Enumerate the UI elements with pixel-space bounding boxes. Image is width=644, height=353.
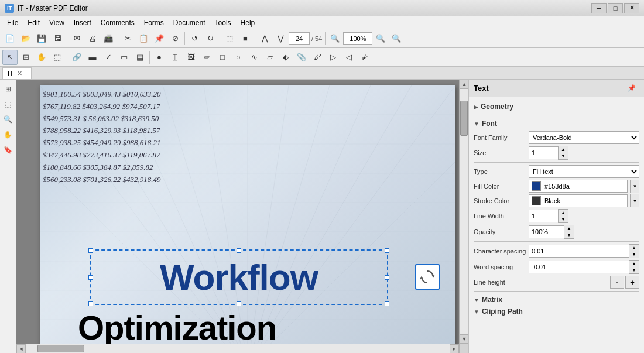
save-as-btn[interactable]: 🖫 [50, 31, 65, 46]
scroll-track-v[interactable] [460, 89, 468, 334]
sidebar-btn-2[interactable]: ⬚ [1, 97, 15, 111]
cursor-btn[interactable]: ⌶ [167, 50, 183, 65]
paste-btn[interactable]: 📌 [152, 31, 167, 46]
size-input[interactable] [529, 146, 558, 159]
clipping-section-header[interactable]: ▼ Cliping Path [474, 306, 639, 317]
close-button[interactable]: ✕ [624, 3, 639, 13]
matrix-section-header[interactable]: ▼ Matrix [474, 294, 639, 306]
check-btn[interactable]: ✓ [101, 50, 116, 65]
char-spacing-down[interactable]: ▼ [629, 251, 639, 258]
panel-pin-btn[interactable]: 📌 [624, 81, 639, 96]
handle-br[interactable] [385, 301, 389, 306]
vertical-scrollbar[interactable]: ▲ ▼ [459, 80, 468, 344]
highlight2-btn[interactable]: ▱ [262, 50, 278, 65]
menu-file[interactable]: File [2, 16, 23, 29]
rotate-handle[interactable] [415, 264, 440, 290]
scroll-thumb-h[interactable] [37, 345, 84, 352]
delete-btn[interactable]: ⊘ [167, 31, 183, 46]
opacity-down-btn[interactable]: ▼ [564, 232, 574, 238]
text-btn[interactable]: ▬ [85, 50, 100, 65]
workflow-selection-box[interactable]: Workflow [90, 249, 388, 305]
form-btn[interactable]: ▭ [117, 50, 132, 65]
image-btn[interactable]: 🖼 [183, 50, 198, 65]
char-spacing-up[interactable]: ▲ [629, 245, 639, 251]
dot-btn[interactable]: ● [152, 50, 167, 65]
line-width-input[interactable] [529, 210, 558, 222]
pen-btn[interactable]: ✏ [199, 50, 214, 65]
horizontal-scrollbar[interactable]: ◄ ► [16, 344, 459, 353]
scroll-left-btn[interactable]: ◄ [16, 344, 26, 353]
pointer-tool[interactable]: ↖ [2, 50, 18, 65]
polygon-btn[interactable]: ◁ [341, 50, 357, 65]
menu-insert[interactable]: Insert [69, 16, 96, 29]
new-btn[interactable]: 📄 [2, 31, 18, 46]
link-btn[interactable]: 🔗 [69, 50, 84, 65]
sidebar-btn-1[interactable]: ⊞ [1, 82, 15, 96]
handle-bc[interactable] [237, 301, 241, 306]
handle-ml[interactable] [88, 275, 93, 280]
prev-page-btn[interactable]: ⋀ [257, 31, 272, 46]
menu-comments[interactable]: Comments [96, 16, 139, 29]
zoom-out-btn[interactable]: 🔍 [327, 31, 342, 46]
font-family-select[interactable]: Verdana-Bold [529, 131, 639, 144]
size-up-btn[interactable]: ▲ [559, 146, 568, 153]
marker-btn[interactable]: 🖊 [310, 50, 325, 65]
menu-tools[interactable]: Tools [210, 16, 236, 29]
geometry-section-header[interactable]: ▶ Geometry [474, 101, 639, 112]
maximize-button[interactable]: □ [608, 3, 623, 13]
ellipse-btn[interactable]: ○ [231, 50, 246, 65]
menu-document[interactable]: Document [169, 16, 210, 29]
scroll-track-h[interactable] [26, 344, 450, 353]
save-btn[interactable]: 💾 [34, 31, 49, 46]
size-down-btn[interactable]: ▼ [559, 153, 568, 159]
scroll-right-btn[interactable]: ► [450, 344, 459, 353]
handle-tc[interactable] [237, 248, 241, 253]
zoom-input[interactable] [343, 32, 372, 45]
scroll-down-btn[interactable]: ▼ [460, 334, 468, 344]
doc-tab-item[interactable]: IT ✕ [2, 67, 32, 79]
page-number-input[interactable] [289, 32, 310, 45]
menu-forms[interactable]: Forms [139, 16, 169, 29]
opacity-up-btn[interactable]: ▲ [564, 225, 574, 232]
sidebar-btn-4[interactable]: ✋ [1, 128, 15, 142]
word-spacing-input[interactable] [529, 261, 629, 273]
highlight-btn[interactable]: ■ [238, 31, 253, 46]
bezier-btn[interactable]: ∿ [246, 50, 262, 65]
field-btn[interactable]: ▤ [132, 50, 148, 65]
stamp-btn[interactable]: ⬖ [278, 50, 293, 65]
arrow-btn[interactable]: ▷ [326, 50, 341, 65]
scan-btn[interactable]: 📠 [101, 31, 116, 46]
redo-btn[interactable]: ↻ [203, 31, 218, 46]
minimize-button[interactable]: ─ [591, 3, 607, 13]
fill-color-dropdown-btn[interactable]: ▼ [630, 180, 639, 193]
open-btn[interactable]: 📂 [18, 31, 33, 46]
word-spacing-up[interactable]: ▲ [629, 261, 639, 267]
sidebar-btn-5[interactable]: 🔖 [1, 143, 15, 157]
font-section-header[interactable]: ▼ Font [474, 118, 639, 129]
page-layout-btn[interactable]: ⊞ [18, 50, 33, 65]
undo-btn[interactable]: ↺ [187, 31, 202, 46]
word-spacing-down[interactable]: ▼ [629, 267, 639, 273]
menu-help[interactable]: Help [236, 16, 260, 29]
email-btn[interactable]: ✉ [69, 31, 84, 46]
handle-tl[interactable] [88, 248, 93, 253]
char-spacing-input[interactable] [529, 245, 629, 258]
lw-down-btn[interactable]: ▼ [559, 216, 568, 222]
scroll-thumb-v[interactable] [460, 101, 468, 136]
next-page-btn[interactable]: ⋁ [273, 31, 288, 46]
type-select[interactable]: Fill text [529, 165, 639, 178]
attach-btn[interactable]: 📎 [294, 50, 309, 65]
zoom-in-btn[interactable]: 🔍 [373, 31, 388, 46]
stroke-color-swatch-row[interactable]: Black [529, 194, 628, 207]
copy-btn[interactable]: 📋 [136, 31, 151, 46]
hand-tool[interactable]: ✋ [34, 50, 49, 65]
stroke-color-dropdown-btn[interactable]: ▼ [630, 194, 639, 207]
print-btn[interactable]: 🖨 [85, 31, 100, 46]
rect-btn[interactable]: □ [215, 50, 230, 65]
line-height-minus-btn[interactable]: - [610, 276, 624, 289]
menu-view[interactable]: View [44, 16, 69, 29]
select-btn[interactable]: ⬚ [222, 31, 237, 46]
canvas-area[interactable]: $901,100.54 $003,049.43 $010,033.20 $767… [16, 80, 468, 353]
line-height-plus-btn[interactable]: + [625, 276, 639, 289]
fill-color-swatch-row[interactable]: #153d8a [529, 180, 628, 193]
